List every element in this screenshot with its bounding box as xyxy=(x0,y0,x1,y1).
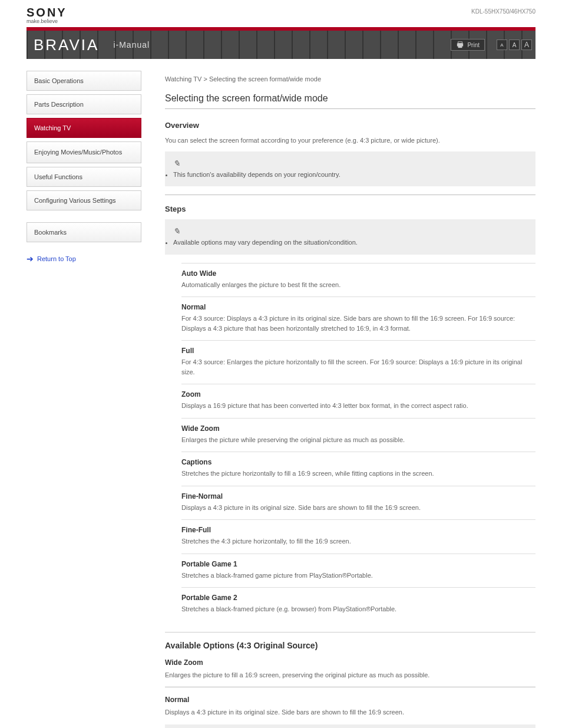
option-text: Stretches the 4:3 picture horizontally, … xyxy=(181,536,535,546)
sidebar-item-label: Parts Description xyxy=(34,101,84,108)
option-text: For 4:3 source: Displays a 4:3 picture i… xyxy=(181,314,535,333)
svg-rect-2 xyxy=(458,46,462,48)
option-text: For 4:3 source: Enlarges the picture hor… xyxy=(181,357,535,377)
option-text: Stretches a black-framed game picture fr… xyxy=(181,571,535,581)
sidebar-item-parts[interactable]: Parts Description xyxy=(27,94,141,114)
breadcrumb: Watching TV > Selecting the screen forma… xyxy=(165,75,535,83)
top-header: SONY make.believe KDL-55HX750/46HX750 xyxy=(0,0,562,27)
option-title: Zoom xyxy=(181,390,535,398)
option-title: Fine-Full xyxy=(181,526,535,534)
font-large-button[interactable]: A xyxy=(521,39,532,50)
option-title: Full xyxy=(181,347,535,355)
sidebar-item-settings[interactable]: Configuring Various Settings xyxy=(27,190,141,210)
print-label: Print xyxy=(467,42,480,48)
option-text: Displays a 4:3 picture in its original s… xyxy=(181,503,535,513)
svg-rect-1 xyxy=(458,42,462,44)
sidebar-item-label: Basic Operations xyxy=(34,77,84,84)
option-title: Captions xyxy=(181,458,535,466)
sidebar-item-label: Watching TV xyxy=(34,124,71,131)
main-content: Watching TV > Selecting the screen forma… xyxy=(165,71,535,728)
option-portable2: Portable Game 2 Stretches a black-framed… xyxy=(181,587,535,621)
sidebar-bookmarks[interactable]: Bookmarks xyxy=(27,222,141,242)
note-box: ✎ Available options may vary depending o… xyxy=(165,219,535,255)
option-title: Portable Game 1 xyxy=(181,560,535,568)
sidebar.items.11.label: Configuring Various Settings xyxy=(34,197,116,204)
option-title: Auto Wide xyxy=(181,269,535,278)
sidebar-item-watching-tv[interactable]: Watching TV xyxy=(27,118,141,138)
option-captions: Captions Stretches the picture horizonta… xyxy=(181,452,535,486)
note-icon: ✎ xyxy=(173,157,180,170)
option-title: Normal xyxy=(165,696,535,704)
font-medium-button[interactable]: A xyxy=(509,39,520,50)
font-small-button[interactable]: A xyxy=(497,39,507,50)
title-bar: BRAVIA i-Manual Print A A A xyxy=(27,31,535,59)
option-title: Wide Zoom xyxy=(181,424,535,433)
print-button[interactable]: Print xyxy=(451,39,485,51)
note-text: This function's availability depends on … xyxy=(173,170,527,180)
option-text: Enlarges the picture to fill a 16:9 scre… xyxy=(165,670,535,680)
option-text: Enlarges the picture while preserving th… xyxy=(181,435,535,445)
product-logo: BRAVIA xyxy=(34,36,99,54)
option-wide-zoom: Wide Zoom Enlarges the picture while pre… xyxy=(181,418,535,452)
sidebar-item-movies[interactable]: Enjoying Movies/Music/Photos xyxy=(27,141,141,163)
sidebar-item-label: Enjoying Movies/Music/Photos xyxy=(34,149,122,156)
i-manual-label: i-Manual xyxy=(113,40,150,50)
option-text: Automatically enlarges the picture to be… xyxy=(181,280,535,290)
options-heading: Available Options (4:3 Original Source) xyxy=(165,632,535,650)
option-zoom: Zoom Displays a 16:9 picture that has be… xyxy=(181,384,535,418)
sidebar-item-basic[interactable]: Basic Operations xyxy=(27,71,141,91)
option-title: Wide Zoom xyxy=(165,658,535,667)
option-full: Full For 4:3 source: Enlarges the pictur… xyxy=(181,340,535,384)
option-portable1: Portable Game 1 Stretches a black-framed… xyxy=(181,554,535,588)
font-size-buttons: A A A xyxy=(497,39,532,50)
option-auto-wide: Auto Wide Automatically enlarges the pic… xyxy=(181,263,535,297)
steps-heading: Steps xyxy=(165,205,535,213)
option-normal: Normal For 4:3 source: Displays a 4:3 pi… xyxy=(181,297,535,340)
note-box-footer: ✎ xyxy=(165,724,535,729)
return-label: Return to Top xyxy=(37,255,76,262)
return-to-top-link[interactable]: ➔ Return to Top xyxy=(27,254,141,263)
arrow-right-icon: ➔ xyxy=(27,254,34,263)
overview-text: You can select the screen format accordi… xyxy=(165,136,535,146)
bookmarks-label: Bookmarks xyxy=(34,229,67,236)
option-title: Portable Game 2 xyxy=(181,594,535,602)
note-text: Available options may vary depending on … xyxy=(173,238,527,248)
overview-heading: Overview xyxy=(165,121,535,130)
option-fine-full: Fine-Full Stretches the 4:3 picture hori… xyxy=(181,519,535,554)
page-title: Selecting the screen format/wide mode xyxy=(165,93,535,109)
note-box: ✎ This function's availability depends o… xyxy=(165,151,535,187)
sidebar-item-useful[interactable]: Useful Functions xyxy=(27,167,141,187)
option-title: Fine-Normal xyxy=(181,492,535,500)
brand-logo: SONY make.believe xyxy=(27,6,67,24)
model-number: KDL-55HX750/46HX750 xyxy=(471,6,535,15)
sidebar-item-label: Useful Functions xyxy=(34,173,82,180)
option-text: Stretches a black-framed picture (e.g. b… xyxy=(181,604,535,614)
note-icon: ✎ xyxy=(173,225,180,238)
option-text: Displays a 4:3 picture in its original s… xyxy=(165,707,535,717)
option-title: Normal xyxy=(181,303,535,311)
option-fine-normal: Fine-Normal Displays a 4:3 picture in it… xyxy=(181,486,535,520)
sidebar-nav: Basic Operations Parts Description Watch… xyxy=(27,71,141,728)
option-text: Displays a 16:9 picture that has been co… xyxy=(181,401,535,411)
banner: BRAVIA i-Manual Print A A A xyxy=(27,27,535,59)
option-text: Stretches the picture horizontally to fi… xyxy=(181,469,535,479)
print-icon xyxy=(456,41,464,48)
brand-text: SONY xyxy=(27,6,67,19)
